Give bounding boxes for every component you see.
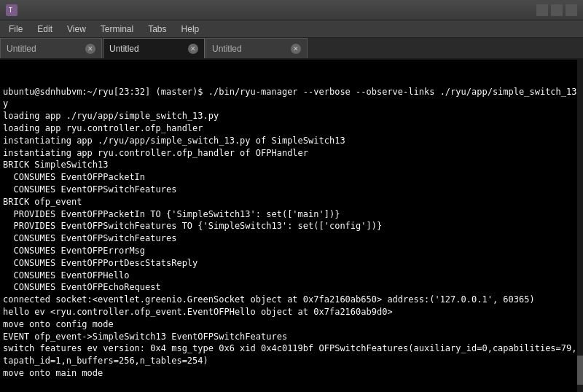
window-controls xyxy=(536,4,577,16)
title-bar: T xyxy=(0,0,583,20)
terminal-line-13: CONSUMES EventOFPErrorMsg xyxy=(3,245,580,257)
tab-label-2: Untitled xyxy=(212,44,242,54)
terminal-content[interactable]: ubuntu@sdnhubvm:~/ryu[23:32] (master)$ .… xyxy=(0,60,583,392)
menu-item-view[interactable]: View xyxy=(61,23,92,36)
scrollbar[interactable] xyxy=(577,60,583,392)
menu-item-edit[interactable]: Edit xyxy=(31,23,58,36)
terminal-line-3: loading app ryu.controller.ofp_handler xyxy=(3,122,580,135)
terminal-line-19: move onto config mode xyxy=(3,318,580,331)
terminal-line-12: CONSUMES EventOFPSwitchFeatures xyxy=(3,232,580,245)
terminal-line-23: move onto main mode xyxy=(3,367,580,380)
minimize-button[interactable] xyxy=(536,4,548,16)
scrollbar-thumb[interactable] xyxy=(577,356,583,385)
terminal-line-20: EVENT ofp_event->SimpleSwitch13 EventOFP… xyxy=(3,331,580,343)
title-bar-left: T xyxy=(6,4,20,16)
terminal-icon: T xyxy=(6,4,17,16)
terminal-line-8: CONSUMES EventOFPSwitchFeatures xyxy=(3,184,580,196)
close-button[interactable] xyxy=(566,4,577,16)
terminal-line-11: PROVIDES EventOFPSwitchFeatures TO {'Sim… xyxy=(3,220,580,232)
terminal-line-22: tapath_id=1,n_buffers=256,n_tables=254) xyxy=(3,355,580,367)
terminal-line-14: CONSUMES EventOFPPortDescStatsReply xyxy=(3,257,580,270)
tab-label-0: Untitled xyxy=(7,44,36,54)
terminal-line-15: CONSUMES EventOFPHello xyxy=(3,270,580,282)
tab-1[interactable]: Untitled✕ xyxy=(103,38,205,58)
terminal-line-0: ubuntu@sdnhubvm:~/ryu[23:32] (master)$ .… xyxy=(3,86,580,98)
terminal-line-2: loading app ./ryu/app/simple_switch_13.p… xyxy=(3,110,580,122)
terminal-line-21: switch features ev version: 0x4 msg_type… xyxy=(3,342,580,355)
menu-item-tabs[interactable]: Tabs xyxy=(142,23,172,36)
tab-0[interactable]: Untitled✕ xyxy=(0,38,102,58)
tab-close-0[interactable]: ✕ xyxy=(85,44,95,54)
tab-close-2[interactable]: ✕ xyxy=(291,44,301,54)
terminal-line-9: BRICK ofp_event xyxy=(3,196,580,208)
svg-text:T: T xyxy=(9,7,12,14)
terminal-line-4: instantiating app ./ryu/app/simple_switc… xyxy=(3,135,580,147)
tab-2[interactable]: Untitled✕ xyxy=(206,38,308,58)
terminal-line-16: CONSUMES EventOFPEchoRequest xyxy=(3,281,580,294)
terminal-line-5: instantiating app ryu.controller.ofp_han… xyxy=(3,147,580,160)
terminal-line-7: CONSUMES EventOFPPacketIn xyxy=(3,171,580,184)
tab-label-1: Untitled xyxy=(109,44,139,54)
maximize-button[interactable] xyxy=(551,4,563,16)
menu-bar: FileEditViewTerminalTabsHelp xyxy=(0,20,583,38)
terminal-line-6: BRICK SimpleSwitch13 xyxy=(3,159,580,171)
terminal-line-1: y xyxy=(3,98,580,110)
menu-item-file[interactable]: File xyxy=(3,23,28,36)
menu-item-terminal[interactable]: Terminal xyxy=(95,23,139,36)
terminal-line-18: hello ev <ryu.controller.ofp_event.Event… xyxy=(3,306,580,318)
terminal-line-17: connected socket:<eventlet.greenio.Green… xyxy=(3,294,580,306)
tab-close-1[interactable]: ✕ xyxy=(188,44,198,54)
tabs-bar: Untitled✕Untitled✕Untitled✕ xyxy=(0,38,583,60)
terminal-lines: ubuntu@sdnhubvm:~/ryu[23:32] (master)$ .… xyxy=(3,86,580,380)
terminal-line-10: PROVIDES EventOFPPacketIn TO {'SimpleSwi… xyxy=(3,208,580,221)
menu-item-help[interactable]: Help xyxy=(176,23,206,36)
